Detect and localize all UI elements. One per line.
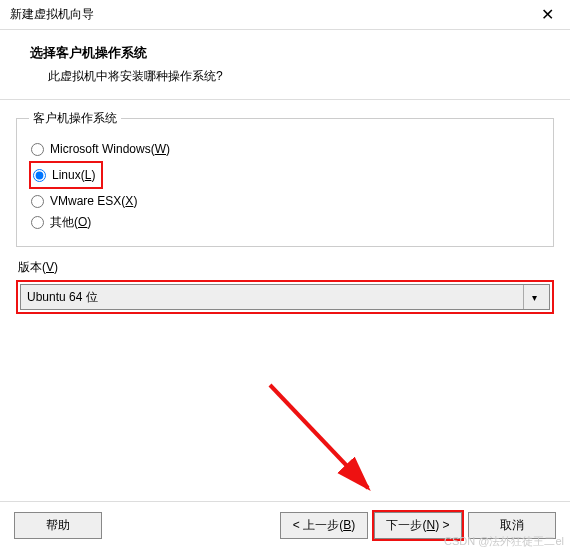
titlebar: 新建虚拟机向导 ✕ [0,0,570,30]
highlight-version: Ubuntu 64 位 ▾ [16,280,554,314]
radio-windows-label: Microsoft Windows(W) [50,142,170,156]
highlight-linux: Linux(L) [29,161,103,189]
version-label: 版本(V) [18,259,554,276]
radio-esx[interactable]: VMware ESX(X) [29,193,541,209]
radio-windows-input[interactable] [31,143,44,156]
chevron-down-icon[interactable]: ▾ [523,285,545,309]
version-select[interactable]: Ubuntu 64 位 ▾ [20,284,550,310]
next-button[interactable]: 下一步(N) > [374,512,462,539]
back-button[interactable]: < 上一步(B) [280,512,368,539]
window-title: 新建虚拟机向导 [10,6,94,23]
wizard-body: 客户机操作系统 Microsoft Windows(W) Linux(L) VM… [0,100,570,314]
help-button[interactable]: 帮助 [14,512,102,539]
radio-other[interactable]: 其他(O) [29,213,541,232]
wizard-footer: 帮助 < 上一步(B) 下一步(N) > 取消 [0,501,570,551]
close-icon[interactable]: ✕ [535,7,560,23]
guest-os-group: 客户机操作系统 Microsoft Windows(W) Linux(L) VM… [16,110,554,247]
page-subtitle: 此虚拟机中将安装哪种操作系统? [48,68,540,85]
radio-esx-input[interactable] [31,195,44,208]
radio-other-label: 其他(O) [50,214,91,231]
svg-line-0 [270,385,368,488]
radio-linux-label: Linux(L) [52,168,95,182]
wizard-header: 选择客户机操作系统 此虚拟机中将安装哪种操作系统? [0,30,570,99]
radio-linux[interactable]: Linux(L) [31,167,97,183]
guest-os-legend: 客户机操作系统 [29,110,121,127]
radio-esx-label: VMware ESX(X) [50,194,137,208]
version-selected: Ubuntu 64 位 [27,289,98,306]
cancel-button[interactable]: 取消 [468,512,556,539]
radio-other-input[interactable] [31,216,44,229]
radio-windows[interactable]: Microsoft Windows(W) [29,141,541,157]
page-title: 选择客户机操作系统 [30,44,540,62]
radio-linux-input[interactable] [33,169,46,182]
